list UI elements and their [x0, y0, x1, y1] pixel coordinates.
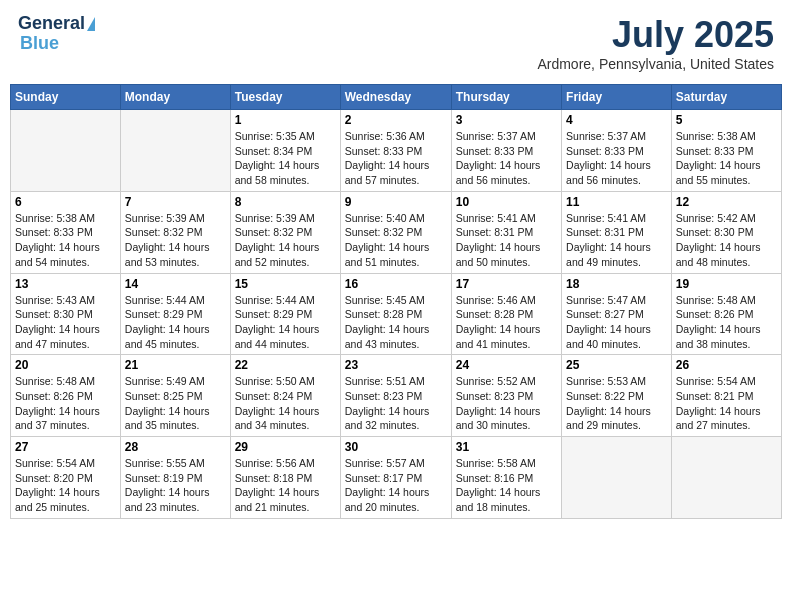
calendar-cell: 12Sunrise: 5:42 AMSunset: 8:30 PMDayligh…: [671, 191, 781, 273]
day-number: 13: [15, 277, 116, 291]
day-number: 22: [235, 358, 336, 372]
calendar-cell: [562, 437, 672, 519]
day-number: 8: [235, 195, 336, 209]
day-number: 15: [235, 277, 336, 291]
calendar-cell: 19Sunrise: 5:48 AMSunset: 8:26 PMDayligh…: [671, 273, 781, 355]
day-number: 10: [456, 195, 557, 209]
day-number: 6: [15, 195, 116, 209]
day-number: 5: [676, 113, 777, 127]
column-header-friday: Friday: [562, 85, 672, 110]
day-number: 9: [345, 195, 447, 209]
calendar-cell: 11Sunrise: 5:41 AMSunset: 8:31 PMDayligh…: [562, 191, 672, 273]
calendar-cell: 17Sunrise: 5:46 AMSunset: 8:28 PMDayligh…: [451, 273, 561, 355]
calendar-week-4: 20Sunrise: 5:48 AMSunset: 8:26 PMDayligh…: [11, 355, 782, 437]
calendar-cell: [120, 110, 230, 192]
calendar-cell: 15Sunrise: 5:44 AMSunset: 8:29 PMDayligh…: [230, 273, 340, 355]
day-number: 29: [235, 440, 336, 454]
calendar-cell: 6Sunrise: 5:38 AMSunset: 8:33 PMDaylight…: [11, 191, 121, 273]
calendar-cell: 29Sunrise: 5:56 AMSunset: 8:18 PMDayligh…: [230, 437, 340, 519]
day-number: 4: [566, 113, 667, 127]
calendar-cell: [671, 437, 781, 519]
page-header: General Blue July 2025 Ardmore, Pennsylv…: [10, 10, 782, 76]
day-number: 11: [566, 195, 667, 209]
calendar-cell: 10Sunrise: 5:41 AMSunset: 8:31 PMDayligh…: [451, 191, 561, 273]
calendar-week-2: 6Sunrise: 5:38 AMSunset: 8:33 PMDaylight…: [11, 191, 782, 273]
logo-triangle-icon: [87, 17, 95, 31]
day-number: 24: [456, 358, 557, 372]
calendar-cell: 3Sunrise: 5:37 AMSunset: 8:33 PMDaylight…: [451, 110, 561, 192]
day-number: 17: [456, 277, 557, 291]
calendar-header-row: SundayMondayTuesdayWednesdayThursdayFrid…: [11, 85, 782, 110]
column-header-tuesday: Tuesday: [230, 85, 340, 110]
calendar-cell: 24Sunrise: 5:52 AMSunset: 8:23 PMDayligh…: [451, 355, 561, 437]
calendar-week-5: 27Sunrise: 5:54 AMSunset: 8:20 PMDayligh…: [11, 437, 782, 519]
column-header-sunday: Sunday: [11, 85, 121, 110]
day-number: 26: [676, 358, 777, 372]
calendar-cell: 2Sunrise: 5:36 AMSunset: 8:33 PMDaylight…: [340, 110, 451, 192]
calendar-cell: 18Sunrise: 5:47 AMSunset: 8:27 PMDayligh…: [562, 273, 672, 355]
calendar-cell: 26Sunrise: 5:54 AMSunset: 8:21 PMDayligh…: [671, 355, 781, 437]
day-number: 2: [345, 113, 447, 127]
calendar-cell: 23Sunrise: 5:51 AMSunset: 8:23 PMDayligh…: [340, 355, 451, 437]
day-number: 28: [125, 440, 226, 454]
calendar-cell: 28Sunrise: 5:55 AMSunset: 8:19 PMDayligh…: [120, 437, 230, 519]
day-number: 1: [235, 113, 336, 127]
title-area: July 2025 Ardmore, Pennsylvania, United …: [537, 14, 774, 72]
calendar-week-1: 1Sunrise: 5:35 AMSunset: 8:34 PMDaylight…: [11, 110, 782, 192]
column-header-saturday: Saturday: [671, 85, 781, 110]
calendar-cell: 9Sunrise: 5:40 AMSunset: 8:32 PMDaylight…: [340, 191, 451, 273]
logo: General Blue: [18, 14, 95, 54]
calendar-cell: 21Sunrise: 5:49 AMSunset: 8:25 PMDayligh…: [120, 355, 230, 437]
column-header-thursday: Thursday: [451, 85, 561, 110]
location: Ardmore, Pennsylvania, United States: [537, 56, 774, 72]
day-number: 25: [566, 358, 667, 372]
calendar-cell: 25Sunrise: 5:53 AMSunset: 8:22 PMDayligh…: [562, 355, 672, 437]
calendar-cell: 30Sunrise: 5:57 AMSunset: 8:17 PMDayligh…: [340, 437, 451, 519]
calendar-table: SundayMondayTuesdayWednesdayThursdayFrid…: [10, 84, 782, 519]
calendar-cell: 5Sunrise: 5:38 AMSunset: 8:33 PMDaylight…: [671, 110, 781, 192]
calendar-cell: 7Sunrise: 5:39 AMSunset: 8:32 PMDaylight…: [120, 191, 230, 273]
day-number: 7: [125, 195, 226, 209]
day-number: 20: [15, 358, 116, 372]
calendar-cell: 31Sunrise: 5:58 AMSunset: 8:16 PMDayligh…: [451, 437, 561, 519]
day-number: 27: [15, 440, 116, 454]
day-number: 12: [676, 195, 777, 209]
column-header-wednesday: Wednesday: [340, 85, 451, 110]
calendar-cell: 22Sunrise: 5:50 AMSunset: 8:24 PMDayligh…: [230, 355, 340, 437]
calendar-cell: 14Sunrise: 5:44 AMSunset: 8:29 PMDayligh…: [120, 273, 230, 355]
calendar-cell: [11, 110, 121, 192]
day-number: 31: [456, 440, 557, 454]
calendar-week-3: 13Sunrise: 5:43 AMSunset: 8:30 PMDayligh…: [11, 273, 782, 355]
month-title: July 2025: [537, 14, 774, 56]
calendar-cell: 16Sunrise: 5:45 AMSunset: 8:28 PMDayligh…: [340, 273, 451, 355]
day-number: 23: [345, 358, 447, 372]
day-number: 3: [456, 113, 557, 127]
day-number: 16: [345, 277, 447, 291]
calendar-cell: 1Sunrise: 5:35 AMSunset: 8:34 PMDaylight…: [230, 110, 340, 192]
day-number: 21: [125, 358, 226, 372]
day-number: 14: [125, 277, 226, 291]
day-number: 30: [345, 440, 447, 454]
calendar-cell: 27Sunrise: 5:54 AMSunset: 8:20 PMDayligh…: [11, 437, 121, 519]
calendar-cell: 20Sunrise: 5:48 AMSunset: 8:26 PMDayligh…: [11, 355, 121, 437]
calendar-cell: 13Sunrise: 5:43 AMSunset: 8:30 PMDayligh…: [11, 273, 121, 355]
logo-text-blue: Blue: [20, 34, 59, 54]
day-number: 18: [566, 277, 667, 291]
calendar-cell: 4Sunrise: 5:37 AMSunset: 8:33 PMDaylight…: [562, 110, 672, 192]
calendar-cell: 8Sunrise: 5:39 AMSunset: 8:32 PMDaylight…: [230, 191, 340, 273]
day-number: 19: [676, 277, 777, 291]
column-header-monday: Monday: [120, 85, 230, 110]
logo-text-general: General: [18, 14, 85, 34]
